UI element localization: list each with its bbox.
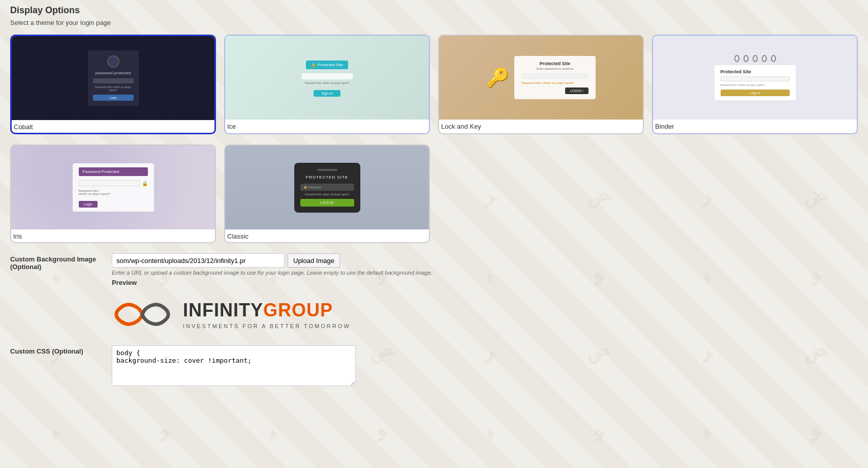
iris-login-btn: Login	[79, 201, 98, 208]
themes-grid-row2: Password Protected 🔒 Password Hint:what'…	[10, 144, 858, 243]
theme-binder[interactable]: Protected Site Password Hint: what's my …	[652, 35, 858, 134]
themes-grid-row1: password protected Password Hint: what's…	[10, 35, 858, 134]
binder-hint: Password Hint: what's my dog's name?	[721, 83, 790, 86]
custom-bg-label: Custom Background Image(Optional)	[10, 253, 112, 271]
cobalt-hint: Password Hint: what's my dog's name?	[93, 85, 134, 92]
theme-binder-preview: Protected Site Password Hint: what's my …	[653, 36, 857, 120]
iris-hint: Password Hint:what's my dog's name?	[79, 189, 148, 195]
brand-text-container: INFINITYGROUP INVESTMENTS FOR A BETTER T…	[183, 300, 351, 329]
theme-iris-preview: Password Protected 🔒 Password Hint:what'…	[11, 145, 215, 229]
classic-title: Protected Site	[300, 175, 354, 180]
theme-binder-label: Binder	[653, 120, 857, 132]
theme-iris[interactable]: Password Protected 🔒 Password Hint:what'…	[10, 144, 216, 243]
custom-bg-hint: Enter a URL or upload a custom backgroun…	[112, 270, 858, 276]
cobalt-title: password protected	[93, 71, 134, 75]
theme-cobalt-label: Cobalt	[12, 120, 214, 133]
theme-iris-label: Iris	[11, 229, 215, 242]
ice-password-field	[302, 73, 353, 79]
custom-css-control: body { background-size: cover !important…	[112, 345, 858, 388]
brand-name-orange: GROUP	[263, 300, 333, 320]
url-upload-row: Upload Image	[112, 253, 858, 268]
theme-lock-label: Lock and Key	[439, 120, 643, 132]
lock-hint: Password Hint: what's my dog's name?	[521, 81, 588, 84]
binder-password-field	[721, 76, 790, 81]
binder-login-btn: Log in	[721, 90, 790, 96]
classic-hint: Password Hint: what's my dog's name?	[300, 193, 354, 196]
theme-select-label: Select a theme for your login page	[10, 19, 858, 26]
lock-title: Protected Site	[521, 61, 588, 66]
ice-badge: 🔒 Protected Site	[306, 61, 348, 69]
classic-password-field: 🔒 Password	[300, 184, 354, 191]
preview-label: Preview	[112, 279, 858, 286]
lock-login-btn: LOGIN ›	[565, 87, 588, 94]
theme-cobalt[interactable]: password protected Password Hint: what's…	[10, 35, 216, 134]
upload-image-button[interactable]: Upload Image	[288, 253, 340, 268]
cobalt-login-btn: Login	[93, 95, 134, 101]
cobalt-password-field	[93, 78, 134, 83]
custom-bg-control: Upload Image Enter a URL or upload a cus…	[112, 253, 858, 337]
theme-ice-label: Ice	[225, 120, 429, 132]
binder-rings	[715, 55, 796, 62]
theme-classic-preview: Protected Site 🔒 Password Password Hint:…	[225, 145, 429, 229]
binder-title: Protected Site	[721, 69, 790, 74]
infinity-symbol-svg	[112, 297, 173, 332]
theme-ice-preview: 🔒 Protected Site Password Hint: what's m…	[225, 36, 429, 120]
cobalt-badge	[107, 55, 119, 68]
lock-subtitle: Enter password to continue	[521, 67, 588, 70]
custom-css-label: Custom CSS (Optional)	[10, 345, 112, 355]
brand-name: INFINITYGROUP	[183, 300, 351, 321]
theme-ice[interactable]: 🔒 Protected Site Password Hint: what's m…	[224, 35, 430, 134]
custom-css-row: Custom CSS (Optional) body { background-…	[10, 345, 858, 388]
ice-signin-btn: Sign-in	[314, 90, 341, 97]
custom-bg-url-input[interactable]	[112, 253, 285, 268]
theme-lock-preview: 🔑 Protected Site Enter password to conti…	[439, 36, 643, 120]
theme-classic[interactable]: Protected Site 🔒 Password Password Hint:…	[224, 144, 430, 243]
ice-hint: Password Hint: what's my dog's name?	[302, 81, 353, 84]
section-title: Display Options	[10, 5, 858, 16]
classic-notch	[317, 169, 337, 171]
lock-password-field	[521, 73, 588, 79]
iris-header: Password Protected	[79, 167, 148, 176]
brand-tagline: INVESTMENTS FOR A BETTER TOMORROW	[183, 323, 351, 329]
theme-lock[interactable]: 🔑 Protected Site Enter password to conti…	[438, 35, 644, 134]
custom-bg-row: Custom Background Image(Optional) Upload…	[10, 253, 858, 337]
custom-css-textarea[interactable]: body { background-size: cover !important…	[112, 345, 356, 386]
classic-login-btn: LOGIN	[300, 199, 354, 207]
logo-preview: INFINITYGROUP INVESTMENTS FOR A BETTER T…	[112, 291, 858, 337]
iris-password-field	[79, 180, 140, 186]
brand-name-dark: INFINITY	[183, 300, 263, 320]
theme-classic-label: Classic	[225, 229, 429, 242]
theme-cobalt-preview: password protected Password Hint: what's…	[12, 36, 214, 120]
settings-section: Custom Background Image(Optional) Upload…	[10, 253, 858, 388]
